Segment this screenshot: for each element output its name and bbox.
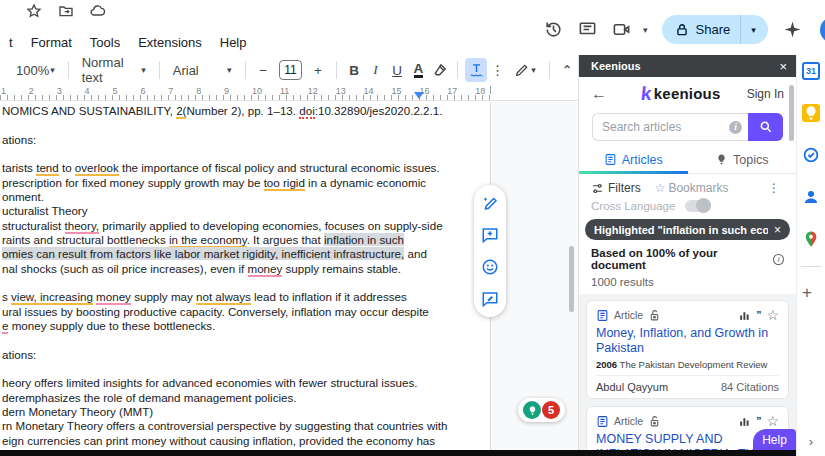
cross-language-toggle[interactable] [685, 200, 711, 212]
document-page[interactable]: NOMICS AND SUSTAINABILITY, 2(Number 2), … [0, 102, 491, 450]
document-line[interactable]: s view, increasing money supply may not … [2, 290, 472, 304]
document-text[interactable]: NOMICS AND SUSTAINABILITY, 2(Number 2), … [2, 104, 472, 450]
font-select[interactable]: Arial ▾ [167, 58, 238, 82]
paragraph-style-select[interactable]: Normal text ▾ [76, 58, 152, 82]
back-icon[interactable]: ← [591, 85, 615, 103]
highlight-tool-active-icon[interactable] [465, 58, 486, 82]
maps-icon[interactable] [802, 230, 820, 248]
document-line[interactable]: NOMICS AND SUSTAINABILITY, 2(Number 2), … [2, 104, 472, 118]
bookmark-icon[interactable]: ☆ [766, 307, 779, 323]
article-title-link[interactable]: Money, Inflation, and Growth in Pakistan [596, 326, 779, 356]
article-card[interactable]: Article ” ☆ Money, Inflation, and Growth… [586, 300, 789, 399]
document-line[interactable]: ations: [2, 133, 472, 147]
get-add-ons-icon[interactable]: + [802, 283, 820, 301]
bold-button[interactable]: B [344, 58, 365, 82]
metrics-icon[interactable] [738, 309, 751, 322]
sidebar-scrollbar[interactable] [789, 85, 794, 141]
help-me-write-icon[interactable] [481, 194, 499, 212]
document-line[interactable] [2, 276, 472, 290]
menu-insert-truncated[interactable]: t [2, 33, 20, 52]
document-line[interactable] [2, 333, 472, 347]
add-comment-icon[interactable] [481, 226, 499, 244]
highlighted-filter-chip[interactable]: Highlighted "inflation in such econ... × [585, 219, 790, 240]
bookmarks-button[interactable]: ☆ Bookmarks [655, 181, 729, 195]
keep-icon[interactable] [802, 104, 820, 122]
more-tools-icon[interactable]: ⋮ [487, 58, 508, 82]
extension-badge[interactable]: 5 [518, 398, 565, 422]
comments-icon[interactable] [574, 17, 600, 43]
sign-in-link[interactable]: Sign In [747, 87, 784, 101]
font-size-input[interactable]: 11 [279, 60, 302, 80]
search-input[interactable]: Search articles i [592, 113, 748, 141]
increase-font-button[interactable]: + [307, 58, 328, 82]
highlight-color-icon[interactable] [429, 58, 450, 82]
document-line[interactable]: onment. [2, 190, 472, 204]
cite-icon[interactable]: ” [756, 309, 761, 321]
help-button[interactable]: Help [753, 429, 796, 451]
document-line[interactable] [2, 118, 472, 132]
tasks-icon[interactable] [802, 146, 820, 164]
contacts-icon[interactable] [802, 188, 820, 206]
menu-extensions[interactable]: Extensions [131, 33, 209, 52]
metrics-icon[interactable] [738, 415, 751, 428]
account-avatar[interactable]: S [820, 17, 825, 43]
document-line[interactable]: omies can result from factors like labor… [2, 247, 472, 261]
chip-close-icon[interactable]: × [774, 223, 781, 237]
search-info-icon[interactable]: i [729, 121, 742, 134]
ruler[interactable]: 123456789101112131415161718 [0, 86, 578, 101]
document-line[interactable]: deremphasizes the role of demand managem… [2, 391, 472, 405]
document-line[interactable]: rn Monetary Theory offers a controversia… [2, 419, 472, 433]
document-line[interactable]: ural issues by boosting productive capac… [2, 305, 472, 319]
text-color-button[interactable]: A [408, 58, 429, 82]
search-button[interactable] [748, 113, 783, 141]
document-scrollbar[interactable] [569, 246, 574, 312]
meet-caret-icon[interactable]: ▾ [643, 25, 648, 35]
cite-icon[interactable]: ” [756, 415, 761, 427]
document-line[interactable]: eign currencies can print money without … [2, 434, 472, 448]
calendar-icon[interactable]: 31 [802, 62, 820, 80]
move-folder-icon[interactable] [58, 3, 74, 23]
document-line[interactable]: ucturalist Theory [2, 204, 472, 218]
emoji-reaction-icon[interactable] [481, 258, 499, 276]
suggest-edits-icon[interactable] [481, 290, 499, 308]
meet-video-icon[interactable] [608, 17, 634, 43]
menu-help[interactable]: Help [213, 33, 254, 52]
share-caret-icon[interactable]: ▾ [743, 25, 764, 35]
document-line[interactable] [2, 147, 472, 161]
cloud-status-icon[interactable] [90, 3, 106, 23]
bookmark-icon[interactable]: ☆ [766, 413, 779, 429]
menu-bar: t Format Tools Extensions Help [2, 33, 254, 52]
document-line[interactable]: heory offers limited insights for advanc… [2, 376, 472, 390]
document-line[interactable]: ations: [2, 348, 472, 362]
indent-marker[interactable] [414, 92, 424, 99]
italic-button[interactable]: I [365, 58, 386, 82]
share-button[interactable]: Share ▾ [662, 15, 768, 44]
document-line[interactable]: tarists tend to overlook the importance … [2, 161, 472, 175]
tab-articles[interactable]: Articles [579, 146, 688, 173]
document-line[interactable]: dern Monetary Theory (MMT) [2, 405, 472, 419]
menu-tools[interactable]: Tools [83, 33, 127, 52]
document-line[interactable]: prescription for fixed money supply grow… [2, 176, 472, 190]
decrease-font-button[interactable]: − [252, 58, 273, 82]
document-line[interactable]: raints and structural bottlenecks in the… [2, 233, 472, 247]
document-line[interactable]: structuralist theory, primarily applied … [2, 219, 472, 233]
editing-mode-select[interactable]: ▾ [508, 58, 542, 82]
menu-format[interactable]: Format [24, 33, 79, 52]
document-line[interactable]: nal shocks (such as oil price increases)… [2, 262, 472, 276]
gemini-sparkle-icon[interactable] [780, 17, 806, 43]
ruler-number: 11 [280, 86, 289, 96]
keenious-sidebar: Keenious × ← k keenious Sign In Search a… [578, 55, 796, 456]
version-history-icon[interactable] [540, 17, 566, 43]
star-icon[interactable] [26, 3, 42, 23]
tab-topics[interactable]: Topics [688, 146, 797, 173]
close-icon[interactable]: × [779, 59, 787, 74]
underline-button[interactable]: U [386, 58, 407, 82]
hide-menus-icon[interactable]: ⌃ [557, 58, 578, 82]
based-info-icon[interactable]: i [773, 254, 784, 265]
document-line[interactable]: e money supply due to these bottlenecks. [2, 319, 472, 333]
filters-button[interactable]: Filters [591, 181, 641, 195]
zoom-select[interactable]: 100% ▾ [10, 58, 61, 82]
document-line[interactable] [2, 362, 472, 376]
collapse-panel-icon[interactable]: › [809, 434, 813, 449]
sidebar-more-icon[interactable]: ⋮ [768, 181, 784, 195]
